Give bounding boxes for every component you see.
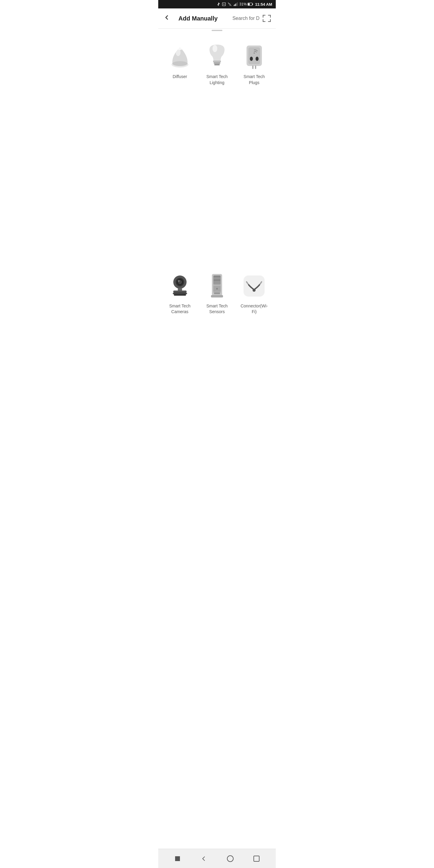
device-item-cameras[interactable]: Smart Tech Cameras bbox=[161, 267, 198, 496]
svg-point-32 bbox=[253, 53, 255, 54]
device-item-connector-wifi[interactable]: Connector(Wi-Fi) bbox=[236, 267, 273, 496]
header-right[interactable]: Search for D bbox=[232, 14, 271, 23]
recent-apps-icon bbox=[253, 856, 259, 862]
home-circle-icon bbox=[227, 855, 234, 862]
back-nav-icon bbox=[200, 855, 207, 862]
back-nav-button[interactable] bbox=[199, 854, 209, 864]
page-title: Add Manually bbox=[164, 15, 232, 22]
svg-rect-19 bbox=[270, 19, 271, 22]
wifi-connector-icon bbox=[242, 274, 266, 298]
device-item-plugs[interactable]: Smart Tech Plugs bbox=[236, 37, 273, 267]
device-item-lighting[interactable]: Smart Tech Lighting bbox=[198, 37, 236, 267]
svg-point-23 bbox=[177, 46, 183, 50]
status-icons: N 31% bbox=[216, 2, 253, 6]
content-spacer bbox=[158, 502, 276, 849]
diffuser-label: Diffuser bbox=[173, 74, 187, 80]
svg-rect-5 bbox=[235, 4, 236, 6]
svg-rect-10 bbox=[252, 4, 253, 5]
svg-rect-7 bbox=[237, 3, 237, 6]
plug-icon bbox=[243, 43, 266, 70]
recent-apps-button[interactable] bbox=[252, 854, 261, 864]
svg-rect-11 bbox=[248, 3, 250, 5]
svg-rect-35 bbox=[252, 65, 253, 69]
svg-rect-59 bbox=[175, 856, 180, 861]
bottom-nav bbox=[158, 849, 276, 868]
sensors-icon-container bbox=[204, 273, 230, 300]
svg-text:N: N bbox=[224, 4, 225, 5]
bulb-icon bbox=[207, 43, 227, 70]
svg-point-41 bbox=[178, 280, 180, 282]
svg-rect-6 bbox=[236, 4, 236, 6]
device-grid: Diffuser Smart Tech Lighting bbox=[158, 31, 276, 502]
svg-point-24 bbox=[213, 45, 217, 52]
header: Add Manually Search for D bbox=[158, 8, 276, 29]
wifi-connector-icon-container bbox=[241, 273, 268, 300]
cameras-label: Smart Tech Cameras bbox=[164, 303, 195, 315]
camera-icon bbox=[168, 273, 192, 300]
svg-point-60 bbox=[227, 856, 233, 862]
cameras-icon-container bbox=[166, 273, 193, 300]
lighting-label: Smart Tech Lighting bbox=[201, 74, 232, 86]
svg-point-34 bbox=[255, 57, 258, 61]
stop-icon bbox=[175, 856, 180, 861]
stop-button[interactable] bbox=[173, 854, 182, 864]
svg-point-58 bbox=[253, 289, 255, 292]
plugs-label: Smart Tech Plugs bbox=[239, 74, 270, 86]
svg-rect-36 bbox=[255, 65, 256, 69]
wifi-connector-label: Connector(Wi-Fi) bbox=[239, 303, 270, 315]
svg-rect-27 bbox=[214, 64, 220, 65]
svg-rect-17 bbox=[263, 22, 266, 22]
svg-rect-45 bbox=[174, 294, 186, 296]
status-time: 11:54 AM bbox=[255, 2, 272, 7]
svg-point-21 bbox=[173, 61, 187, 66]
home-button[interactable] bbox=[225, 854, 235, 864]
svg-rect-56 bbox=[211, 295, 223, 298]
svg-rect-49 bbox=[214, 276, 220, 277]
device-item-diffuser[interactable]: Diffuser bbox=[161, 37, 198, 267]
svg-rect-55 bbox=[214, 292, 220, 294]
battery-percent: 31% bbox=[239, 2, 247, 6]
svg-rect-8 bbox=[238, 2, 238, 6]
svg-rect-4 bbox=[234, 5, 235, 6]
svg-point-3 bbox=[229, 5, 230, 6]
diffuser-icon bbox=[168, 44, 192, 70]
status-bar: N 31% 11:54 AM bbox=[158, 0, 276, 8]
plugs-icon-container bbox=[241, 43, 268, 70]
svg-rect-15 bbox=[270, 15, 271, 18]
diffuser-icon-container bbox=[166, 43, 193, 70]
lighting-icon-container bbox=[204, 43, 230, 70]
svg-rect-57 bbox=[244, 276, 265, 297]
nfc-icon: N bbox=[222, 2, 226, 6]
scan-icon[interactable] bbox=[262, 14, 271, 23]
svg-point-33 bbox=[250, 57, 253, 61]
battery-icon bbox=[248, 2, 253, 6]
signal-icon bbox=[233, 2, 238, 6]
svg-rect-52 bbox=[214, 281, 220, 283]
wifi-off-icon bbox=[227, 2, 232, 6]
device-item-sensors[interactable]: Smart Tech Sensors bbox=[198, 267, 236, 496]
svg-rect-61 bbox=[254, 856, 259, 861]
sensors-label: Smart Tech Sensors bbox=[201, 303, 232, 315]
search-for-device-label[interactable]: Search for D bbox=[232, 16, 259, 21]
bluetooth-icon bbox=[216, 2, 221, 6]
svg-rect-50 bbox=[214, 278, 220, 279]
sensor-icon bbox=[208, 273, 226, 300]
svg-rect-51 bbox=[214, 279, 220, 281]
svg-rect-13 bbox=[263, 15, 264, 18]
svg-point-54 bbox=[216, 288, 218, 290]
